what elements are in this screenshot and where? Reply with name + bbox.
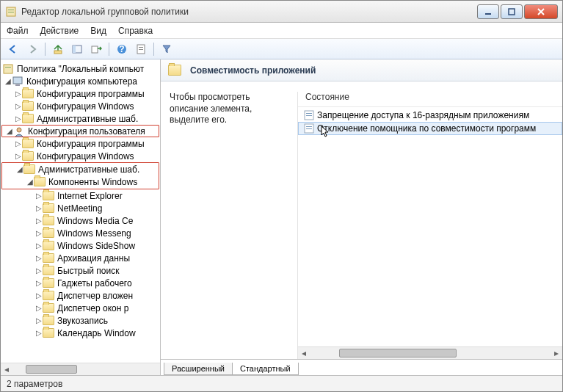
tree-item[interactable]: ▷Архивация данны xyxy=(1,252,160,264)
up-button[interactable] xyxy=(50,41,66,57)
scrollbar-thumb[interactable] xyxy=(339,349,457,357)
expand-icon[interactable]: ▷ xyxy=(14,139,22,148)
export-button[interactable] xyxy=(88,41,104,57)
expand-icon[interactable]: ▷ xyxy=(14,102,22,110)
tree-item[interactable]: ▷Windows Messeng xyxy=(1,227,160,239)
svg-rect-15 xyxy=(5,67,11,68)
tree-item[interactable]: ▷Административные шаб. xyxy=(1,112,160,125)
folder-icon xyxy=(43,241,54,250)
expand-icon[interactable]: ▷ xyxy=(34,329,43,337)
tab-extended[interactable]: Расширенный xyxy=(164,363,233,375)
tree-item-label: Звукозапись xyxy=(57,316,108,326)
tree-root[interactable]: Политика "Локальный компьют xyxy=(1,62,160,75)
folder-icon xyxy=(168,65,181,76)
folder-icon xyxy=(43,191,54,200)
details-header: Совместимость приложений xyxy=(161,59,562,81)
minimize-button[interactable] xyxy=(477,4,499,19)
tree-item-admin-templates[interactable]: ◢Административные шаб. xyxy=(2,163,159,175)
menu-help[interactable]: Справка xyxy=(118,26,153,36)
filter-button[interactable] xyxy=(159,41,175,57)
tree-horizontal-scrollbar[interactable]: ◂ xyxy=(1,363,160,375)
details-pane: Совместимость приложений Чтобы просмотре… xyxy=(161,59,562,375)
tab-standard[interactable]: Стандартный xyxy=(232,363,299,375)
expand-icon[interactable]: ▷ xyxy=(34,291,43,300)
close-button[interactable] xyxy=(524,4,558,19)
tree-item-label: Диспетчер вложен xyxy=(57,291,133,301)
menu-action[interactable]: Действие xyxy=(40,26,79,36)
details-title: Совместимость приложений xyxy=(190,65,316,76)
expand-icon[interactable]: ▷ xyxy=(34,279,43,287)
app-icon xyxy=(5,6,17,18)
collapse-icon[interactable]: ◢ xyxy=(26,178,34,186)
folder-icon xyxy=(43,303,54,313)
tree-item[interactable]: ▷Конфигурация Windows xyxy=(1,100,160,112)
collapse-icon[interactable]: ◢ xyxy=(5,127,13,135)
tree-item-windows-components[interactable]: ◢Компоненты Windows xyxy=(2,175,159,188)
folder-icon xyxy=(22,151,34,161)
menu-file[interactable]: Файл xyxy=(7,26,29,36)
setting-label: Отключение помощника по совместимости пр… xyxy=(317,123,536,134)
folder-icon xyxy=(22,114,34,123)
tree-item[interactable]: ▷Конфигурация программы xyxy=(1,137,160,150)
expand-icon[interactable]: ▷ xyxy=(34,204,43,212)
expand-icon[interactable]: ▷ xyxy=(34,266,43,275)
tree-item[interactable]: ▷NetMeeting xyxy=(1,202,160,214)
show-hide-tree-button[interactable] xyxy=(69,41,85,57)
collapse-icon[interactable]: ◢ xyxy=(4,77,12,85)
tree-item[interactable]: ▷Диспетчер окон р xyxy=(1,302,160,314)
window-title: Редактор локальной групповой политики xyxy=(21,7,477,17)
tree-item[interactable]: ▷Windows Media Ce xyxy=(1,214,160,227)
tree-pane: Политика "Локальный компьют ◢ Конфигурац… xyxy=(1,59,161,375)
expand-icon[interactable]: ▷ xyxy=(34,229,43,237)
tree-item[interactable]: ▷Гаджеты рабочего xyxy=(1,277,160,289)
tree-item[interactable]: ▷Internet Explorer xyxy=(1,189,160,202)
expand-icon[interactable]: ▷ xyxy=(14,152,22,160)
svg-rect-14 xyxy=(4,65,12,73)
tree-item-label: Windows SideShow xyxy=(57,241,135,251)
folder-icon xyxy=(43,253,54,263)
expand-icon[interactable]: ▷ xyxy=(34,304,43,312)
toolbar-separator xyxy=(45,43,46,56)
expand-icon[interactable]: ▷ xyxy=(34,217,43,225)
tree-item-user-config[interactable]: ◢ Конфигурация пользователя xyxy=(1,125,159,137)
tree-item-label: NetMeeting xyxy=(57,203,102,214)
setting-item[interactable]: Запрещение доступа к 16-разрядным прилож… xyxy=(298,109,562,122)
policy-tree[interactable]: Политика "Локальный компьют ◢ Конфигурац… xyxy=(1,59,160,363)
svg-rect-24 xyxy=(306,128,312,129)
expand-icon[interactable]: ▷ xyxy=(14,115,22,123)
tree-item[interactable]: ▷Диспетчер вложен xyxy=(1,289,160,302)
expand-icon[interactable]: ▷ xyxy=(34,254,43,262)
setting-icon xyxy=(304,123,314,134)
tree-item[interactable]: ▷Windows SideShow xyxy=(1,239,160,252)
tree-item[interactable]: ▷Календарь Window xyxy=(1,327,160,339)
expand-icon[interactable]: ▷ xyxy=(14,90,22,98)
svg-rect-12 xyxy=(139,47,143,48)
menu-view[interactable]: Вид xyxy=(90,26,106,36)
list-horizontal-scrollbar[interactable]: ◂ ▸ xyxy=(298,346,562,359)
toolbar: ? xyxy=(1,39,562,59)
expand-icon[interactable]: ▷ xyxy=(34,316,43,324)
column-header-state[interactable]: Состояние xyxy=(298,92,562,107)
scrollbar-thumb[interactable] xyxy=(26,365,77,374)
svg-rect-7 xyxy=(73,46,76,53)
tree-item[interactable]: ▷Конфигурация Windows xyxy=(1,150,160,162)
tree-item[interactable]: ▷Звукозапись xyxy=(1,314,160,327)
setting-label: Запрещение доступа к 16-разрядным прилож… xyxy=(317,110,529,120)
tree-item[interactable]: ▷Быстрый поиск xyxy=(1,264,160,277)
folder-icon xyxy=(22,101,34,111)
tree-item-computer-config[interactable]: ◢ Конфигурация компьютера xyxy=(1,75,160,87)
tree-item-label: Internet Explorer xyxy=(57,191,123,201)
expand-icon[interactable]: ▷ xyxy=(34,242,43,250)
collapse-icon[interactable]: ◢ xyxy=(15,165,23,173)
setting-item[interactable]: Отключение помощника по совместимости пр… xyxy=(298,122,562,135)
properties-button[interactable] xyxy=(133,41,149,57)
tree-item[interactable]: ▷Конфигурация программы xyxy=(1,87,160,100)
help-button[interactable]: ? xyxy=(114,41,130,57)
toolbar-separator xyxy=(153,43,154,56)
forward-button[interactable] xyxy=(24,41,40,57)
maximize-button[interactable] xyxy=(501,4,523,19)
expand-icon[interactable]: ▷ xyxy=(34,192,43,200)
back-button[interactable] xyxy=(5,41,21,57)
window-buttons xyxy=(477,4,558,19)
policy-icon xyxy=(2,63,14,75)
